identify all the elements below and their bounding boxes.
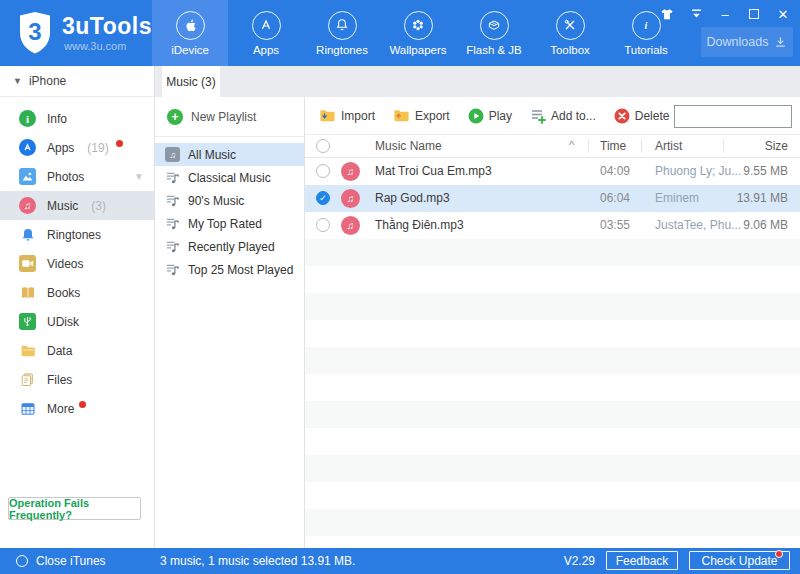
- playlist-item-recently-played[interactable]: Recently Played: [155, 235, 304, 258]
- main-nav: iDevice Apps Ringtones Wallpapers: [152, 0, 684, 66]
- search-input[interactable]: [675, 106, 800, 127]
- column-header-size[interactable]: Size: [765, 139, 788, 153]
- nav-toolbox[interactable]: Toolbox: [532, 0, 608, 66]
- column-divider: [588, 139, 589, 153]
- nav-idevice[interactable]: iDevice: [152, 0, 228, 66]
- music-rows: ♫ Mat Troi Cua Em.mp3 04:09 Phuong Ly; J…: [305, 158, 800, 239]
- sidebar-item-photos[interactable]: Photos ▼: [0, 162, 154, 191]
- nav-apps[interactable]: Apps: [228, 0, 304, 66]
- music-artist: JustaTee, Phu...: [655, 218, 741, 232]
- check-update-label: Check Update: [701, 554, 777, 568]
- info-icon: i: [19, 110, 36, 127]
- svg-text:i: i: [645, 20, 648, 31]
- download-icon: [774, 36, 787, 49]
- nav-tutorials-label: Tutorials: [624, 44, 668, 56]
- sidebar-item-info[interactable]: i Info: [0, 104, 154, 133]
- column-header-time[interactable]: Time: [600, 139, 626, 153]
- export-button[interactable]: Export: [393, 108, 450, 123]
- sort-asc-icon[interactable]: ^: [569, 139, 574, 151]
- row-checkbox[interactable]: [316, 218, 330, 232]
- apple-icon: [176, 11, 205, 40]
- nav-wallpapers-label: Wallpapers: [389, 44, 446, 56]
- table-row[interactable]: ♫ Thằng Điên.mp3 03:55 JustaTee, Phu... …: [305, 212, 800, 239]
- row-checkbox[interactable]: [316, 164, 330, 178]
- music-list-panel: Import Export Play Add to... Delete Refr…: [305, 97, 800, 548]
- info-italic-icon: i: [632, 11, 661, 40]
- sidebar-list: i Info Apps (19) Photos ▼ ♫ Music (3): [0, 97, 154, 423]
- column-header-artist[interactable]: Artist: [655, 139, 682, 153]
- update-notification-dot: [775, 550, 783, 558]
- delete-button[interactable]: Delete: [614, 108, 670, 124]
- tab-strip: Music (3): [155, 66, 800, 97]
- minimize-button[interactable]: –: [718, 7, 732, 21]
- music-icon: ♫: [19, 197, 36, 214]
- add-to-button[interactable]: Add to...: [530, 108, 596, 124]
- sidebar-item-label: Files: [47, 373, 72, 387]
- playlist-item-all-music[interactable]: ♫ All Music: [155, 143, 304, 166]
- sidebar-item-apps[interactable]: Apps (19): [0, 133, 154, 162]
- nav-ringtones[interactable]: Ringtones: [304, 0, 380, 66]
- chevron-down-icon[interactable]: ▼: [134, 171, 144, 182]
- check-update-button[interactable]: Check Update: [689, 551, 790, 570]
- music-count-badge: (3): [91, 199, 106, 213]
- playlist-item-label: All Music: [188, 148, 236, 162]
- apps-count-badge: (19): [87, 141, 108, 155]
- app-store-icon: [19, 139, 36, 156]
- select-all-checkbox[interactable]: [316, 139, 330, 153]
- column-divider: [723, 139, 724, 153]
- nav-wallpapers[interactable]: Wallpapers: [380, 0, 456, 66]
- sidebar-item-books[interactable]: Books: [0, 278, 154, 307]
- playlist-item-top-25[interactable]: Top 25 Most Played: [155, 258, 304, 281]
- playlist-item-90s[interactable]: 90's Music: [155, 189, 304, 212]
- sidebar-item-label: Info: [47, 112, 67, 126]
- sidebar-item-data[interactable]: Data: [0, 336, 154, 365]
- status-bar: Close iTunes 3 music, 1 music selected 1…: [0, 548, 800, 574]
- close-itunes-button[interactable]: Close iTunes: [16, 548, 106, 574]
- files-icon: [19, 371, 36, 388]
- device-selector[interactable]: ▼ iPhone: [0, 66, 154, 97]
- caret-down-icon: ▼: [13, 76, 22, 86]
- search-box[interactable]: [674, 105, 792, 128]
- import-button[interactable]: Import: [319, 108, 375, 123]
- music-file-icon: ♫: [341, 162, 360, 181]
- operation-fails-button[interactable]: Operation Fails Frequently?: [8, 497, 141, 520]
- sidebar-item-udisk[interactable]: UDisk: [0, 307, 154, 336]
- empty-list-area: [305, 239, 800, 548]
- sidebar-item-files[interactable]: Files: [0, 365, 154, 394]
- sidebar-item-videos[interactable]: Videos: [0, 249, 154, 278]
- music-file-icon: ♫: [341, 216, 360, 235]
- close-button[interactable]: ✕: [776, 7, 790, 21]
- table-row[interactable]: ♫ Mat Troi Cua Em.mp3 04:09 Phuong Ly; J…: [305, 158, 800, 185]
- new-playlist-label: New Playlist: [191, 110, 256, 124]
- feedback-button[interactable]: Feedback: [606, 551, 678, 570]
- nav-flash-jb[interactable]: Flash & JB: [456, 0, 532, 66]
- sidebar-item-label: Photos: [47, 170, 84, 184]
- playlist-item-top-rated[interactable]: My Top Rated: [155, 212, 304, 235]
- new-playlist-button[interactable]: + New Playlist: [155, 97, 304, 137]
- delete-icon: [614, 108, 630, 124]
- 3utools-window: 3 3uTools www.3u.com iDevice Apps R: [0, 0, 800, 574]
- playlist-item-label: Classical Music: [188, 171, 271, 185]
- tab-music[interactable]: Music (3): [162, 66, 220, 97]
- downloads-button[interactable]: Downloads: [701, 27, 793, 57]
- sidebar: ▼ iPhone i Info Apps (19) Photos ▼ ♫ Mus: [0, 66, 155, 548]
- export-label: Export: [415, 109, 450, 123]
- sidebar-item-label: UDisk: [47, 315, 79, 329]
- play-button[interactable]: Play: [468, 108, 512, 124]
- flower-icon: [404, 11, 433, 40]
- table-row[interactable]: ✓ ♫ Rap God.mp3 06:04 Eminem 13.91 MB: [305, 185, 800, 212]
- playlist-item-classical[interactable]: Classical Music: [155, 166, 304, 189]
- playlist-item-label: Recently Played: [188, 240, 275, 254]
- maximize-button[interactable]: [747, 7, 761, 21]
- bell-icon: [19, 226, 36, 243]
- row-checkbox-checked[interactable]: ✓: [316, 191, 330, 205]
- column-header-name[interactable]: Music Name: [375, 139, 442, 153]
- skin-shirt-icon[interactable]: [660, 7, 674, 21]
- sidebar-item-more[interactable]: More: [0, 394, 154, 423]
- menu-dropdown-icon[interactable]: [689, 7, 703, 21]
- sidebar-item-music[interactable]: ♫ Music (3): [0, 191, 154, 220]
- book-icon: [19, 284, 36, 301]
- version-label: V2.29: [564, 554, 595, 568]
- sidebar-item-label: Apps: [47, 141, 74, 155]
- sidebar-item-ringtones[interactable]: Ringtones: [0, 220, 154, 249]
